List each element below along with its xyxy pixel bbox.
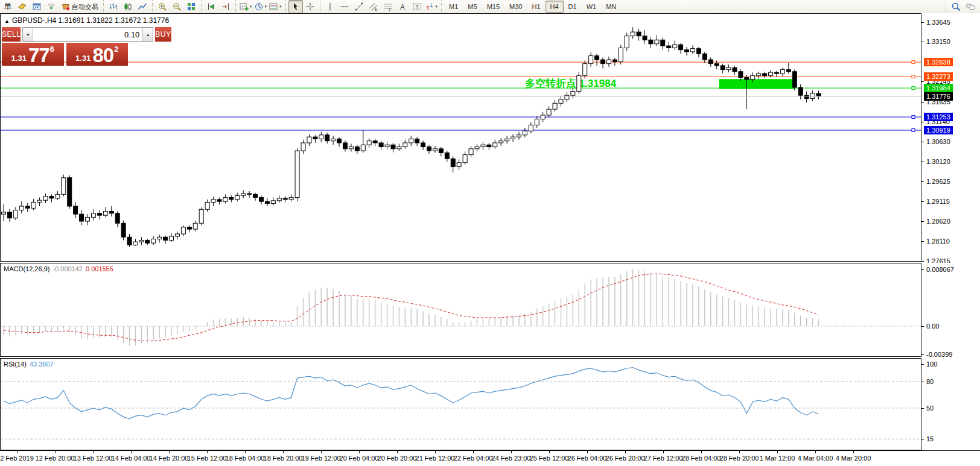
chart-symbol-title: ▲GBPUSD-,H4 1.31691 1.31822 1.31672 1.31… [4, 16, 169, 25]
signal-icon[interactable] [44, 0, 59, 13]
trendline-button[interactable] [352, 0, 366, 13]
time-label: 21 Feb 12:00 [416, 455, 455, 462]
price-tick-1.28620-tickmark [921, 221, 924, 222]
time-scale[interactable]: 2 Feb 201912 Feb 20:0013 Feb 12:0014 Feb… [0, 450, 980, 466]
collapse-icon[interactable]: ▲ [4, 18, 10, 24]
candlestick-chart-button[interactable] [121, 0, 135, 13]
bar-chart-button[interactable] [106, 0, 121, 13]
auto-scroll-button[interactable] [204, 0, 218, 13]
price-tick-1.33150-tickmark [921, 42, 924, 42]
time-label: 14 Feb 04:00 [112, 455, 151, 462]
tf-h4[interactable]: H4 [546, 1, 564, 13]
macd-tick-0.00-label: 0.00 [926, 323, 939, 330]
time-label: 28 Feb 20:00 [720, 455, 759, 462]
buy-button[interactable]: BUY [155, 27, 171, 42]
rsi-tick-50-tickmark [921, 408, 924, 409]
arrows-button[interactable]: ▾ [424, 0, 439, 13]
tf-h1[interactable]: H1 [527, 1, 545, 13]
time-tick [359, 451, 360, 453]
volume-input[interactable] [33, 28, 142, 41]
price-tick-1.30630-label: 1.30630 [926, 138, 950, 145]
rsi-panel[interactable]: RSI(14)43.3607 [0, 358, 921, 450]
templates-button[interactable]: ▾ [268, 0, 283, 13]
annotation-text: 多空转折点 1.31984 [525, 77, 617, 89]
new-order-icon[interactable] [15, 0, 30, 13]
text-button[interactable]: A [395, 0, 410, 13]
price-tick-1.28110-tickmark [921, 241, 924, 242]
tf-mn[interactable]: MN [601, 1, 621, 13]
price-chart-panel[interactable]: 多空转折点 1.31984 ▲GBPUSD-,H4 1.31691 1.3182… [0, 13, 921, 262]
zoom-out-button[interactable] [170, 0, 184, 13]
time-label: 1 Mar 12:00 [760, 455, 795, 462]
macd-panel[interactable]: MACD(12,26,9)-0.0001420.001555 [0, 263, 921, 357]
text-label-button[interactable]: T [410, 0, 424, 13]
price-level-label-1.32273: 1.32273 [924, 72, 953, 81]
price-tick-1.28110-label: 1.28110 [926, 238, 950, 245]
zoom-in-button[interactable] [155, 0, 170, 13]
price-level-label-1.30919: 1.30919 [924, 126, 953, 134]
time-label: 4 Mar 20:00 [836, 455, 871, 462]
buy-price-box[interactable]: 1.31802 [66, 43, 129, 66]
search-icon[interactable] [949, 0, 963, 13]
indicators-button[interactable]: ▾ [238, 0, 253, 13]
tf-m15[interactable]: M15 [482, 1, 504, 13]
time-tick [815, 451, 816, 453]
tf-w1[interactable]: W1 [582, 1, 602, 13]
charts-window-icon[interactable] [30, 0, 44, 13]
rsi-value-line [4, 368, 819, 419]
macd-scale[interactable]: 0.0080670.00-0.00399 [921, 263, 980, 357]
chat-icon[interactable] [963, 0, 978, 13]
sell-price-box[interactable]: 1.31776 [2, 43, 64, 66]
time-label: 22 Feb 04:00 [454, 455, 493, 462]
tile-windows-button[interactable] [184, 0, 199, 13]
tf-m5[interactable]: M5 [463, 1, 482, 13]
macd-chart[interactable] [1, 263, 921, 356]
fibonacci-button[interactable]: F [381, 0, 395, 13]
crosshair-button[interactable] [303, 0, 317, 13]
toolbar: 单自动交易▾▾▾EFAT▾M1M5M15M30H1H4D1W1MN [0, 0, 980, 14]
price-chart[interactable]: 多空转折点 1.31984 [1, 14, 921, 261]
time-label: 27 Feb 12:00 [644, 455, 683, 462]
autotrading-button[interactable]: 自动交易 [59, 0, 101, 13]
toolbar-group: 单自动交易 [0, 0, 103, 13]
time-label: 4 Mar 04:00 [798, 455, 833, 462]
one-click-trading-panel: SELL ▾ ▴ BUY 1.31776 1.31802 [2, 27, 128, 66]
price-tick-1.33150-label: 1.33150 [926, 38, 950, 45]
rsi-chart[interactable] [1, 359, 921, 450]
volume-decrease-button[interactable]: ▾ [23, 28, 33, 41]
volume-increase-button[interactable]: ▴ [142, 28, 153, 41]
equidistant-channel-button[interactable]: E [366, 0, 381, 13]
tf-m30[interactable]: M30 [504, 1, 527, 13]
buy-price-small: 1.31 [75, 53, 91, 64]
cursor-button[interactable] [288, 0, 303, 13]
price-scale[interactable]: 1.336451.331501.321451.316351.311401.306… [921, 13, 980, 262]
tf-m1[interactable]: M1 [444, 1, 463, 13]
line-chart-button[interactable] [135, 0, 150, 13]
vertical-line-button[interactable] [323, 0, 337, 13]
time-tick [701, 451, 702, 453]
time-tick [511, 451, 512, 453]
svg-text:A: A [400, 3, 405, 11]
time-label: 20 Feb 20:00 [378, 455, 417, 462]
toolbar-group [152, 0, 201, 13]
orders-menu-partial[interactable]: 单 [1, 0, 15, 13]
price-tick-1.29115-label: 1.29115 [926, 198, 950, 205]
buy-price-big: 80 [92, 47, 113, 64]
time-label: 25 Feb 12:00 [530, 455, 569, 462]
periods-button[interactable]: ▾ [253, 0, 269, 13]
rsi-scale[interactable]: 100805015 [921, 358, 980, 450]
price-tick-1.32145-tickmark [921, 81, 924, 82]
toolbar-group [201, 0, 235, 13]
toolbar-group: M1M5M15M30H1H4D1W1MN [441, 0, 623, 13]
volume-stepper: ▾ ▴ [22, 27, 153, 42]
price-tick-1.33645-tickmark [921, 22, 924, 23]
horizontal-line-button[interactable] [337, 0, 352, 13]
rsi-tick-80-tickmark [921, 382, 924, 382]
symbol-ohlc-text: GBPUSD-,H4 1.31691 1.31822 1.31672 1.317… [12, 16, 169, 25]
chart-shift-button[interactable] [218, 0, 233, 13]
time-tick [473, 451, 474, 453]
sell-button[interactable]: SELL [2, 27, 21, 42]
macd-tick--0.00399-label: -0.00399 [926, 351, 952, 358]
tf-d1[interactable]: D1 [564, 1, 582, 13]
time-tick [663, 451, 664, 453]
